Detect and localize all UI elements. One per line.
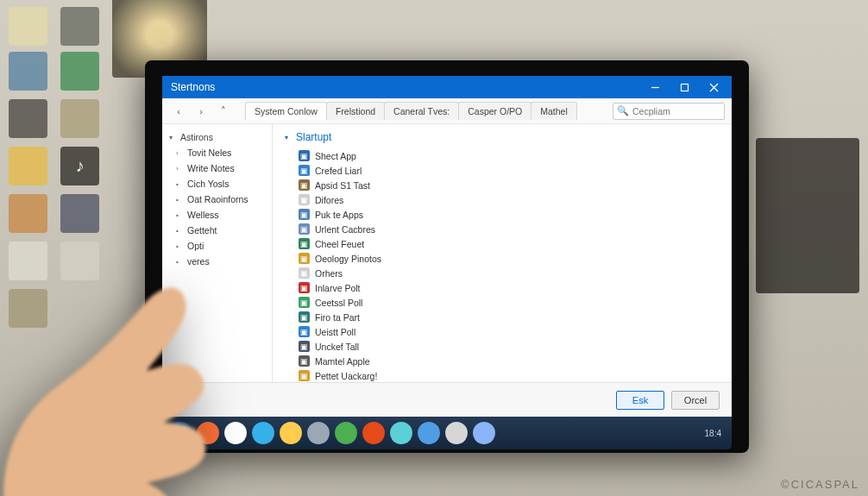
folder-icon: ▣: [299, 253, 310, 264]
app-icon: ▣: [299, 150, 310, 161]
wall-poster: ♪: [60, 147, 99, 185]
nav-forward-button[interactable]: ›: [192, 102, 211, 121]
list-item-label: Crefed Liarl: [315, 166, 362, 176]
cancel-button[interactable]: Orcel: [671, 391, 720, 410]
search-input[interactable]: [632, 106, 720, 116]
chevron-right-icon: ›: [176, 149, 183, 157]
note-icon: •: [176, 180, 183, 188]
wall-poster: [9, 99, 47, 138]
minimize-button[interactable]: [640, 76, 670, 98]
watermark: ©CICASPAL: [781, 478, 859, 491]
sidebar-item-0[interactable]: ▾Astirons: [162, 129, 272, 145]
firefox-icon[interactable]: [197, 422, 219, 444]
sync-icon: ▣: [299, 341, 310, 352]
taskbar[interactable]: 18:4: [162, 417, 732, 449]
dot-icon: •: [176, 258, 183, 266]
list-item[interactable]: ▣Unckef Tall: [285, 339, 720, 354]
tab-1[interactable]: Frelstiond: [326, 102, 385, 120]
notes-icon[interactable]: [390, 422, 412, 444]
nav-up-button[interactable]: ˄: [214, 102, 233, 121]
wall-poster: [756, 138, 859, 293]
list-item[interactable]: ▣Puk te Apps: [285, 207, 720, 222]
list-item-label: Oeology Pinotos: [315, 254, 381, 264]
list-item[interactable]: ▣Firo ta Part: [285, 310, 720, 324]
sidebar: ▾Astirons›Tovit Neles›Write Notes•Cich Y…: [162, 124, 273, 382]
list-item-label: Pettet Uackarg!: [315, 371, 377, 381]
sidebar-item-8[interactable]: •veres: [162, 254, 272, 269]
store-icon[interactable]: [335, 422, 357, 444]
mail-icon[interactable]: [307, 422, 330, 444]
chevron-up-icon: ˄: [221, 105, 226, 116]
chrome-icon[interactable]: [224, 422, 247, 444]
maximize-button[interactable]: [670, 76, 699, 98]
start-button[interactable]: [169, 422, 192, 444]
list-item[interactable]: ▣Pettet Uackarg!: [285, 368, 720, 382]
check-icon: •: [176, 227, 183, 235]
flag-icon: ▣: [299, 282, 310, 293]
sidebar-item-7[interactable]: •Opti: [162, 238, 272, 254]
list-item[interactable]: ▣Difores: [285, 192, 720, 207]
list-item-label: Ceetssl Poll: [315, 298, 362, 308]
bolt-icon: ▣: [299, 179, 310, 191]
list-item-label: Puk te Apps: [315, 210, 363, 220]
sidebar-item-5[interactable]: •Welless: [162, 207, 272, 223]
list-item-label: Urlent Cacbres: [315, 224, 375, 235]
windows-icon: [174, 427, 186, 439]
app1-icon[interactable]: [418, 422, 440, 444]
sidebar-item-label: Write Notes: [187, 163, 235, 173]
list-item[interactable]: ▣Orhers: [285, 266, 720, 280]
app3-icon[interactable]: [473, 422, 495, 444]
tab-0[interactable]: System Conlow: [245, 102, 327, 120]
sidebar-item-label: Opti: [187, 241, 204, 251]
app2-icon[interactable]: [445, 422, 468, 444]
tab-3[interactable]: Casper O/PO: [458, 102, 531, 120]
sidebar-item-2[interactable]: ›Write Notes: [162, 160, 272, 176]
list-item-label: Firo ta Part: [315, 312, 360, 323]
sidebar-item-6[interactable]: •Getteht: [162, 223, 272, 238]
tab-bar: System ConlowFrelstiondCaneral Tves:Casp…: [245, 102, 609, 120]
wall-poster: [60, 7, 99, 46]
wall-poster: [60, 194, 99, 233]
list-item[interactable]: ▣Oeology Pinotos: [285, 251, 720, 266]
list-item-label: Unckef Tall: [315, 342, 359, 352]
content-pane: ▾ Slartupt ▣Shect App▣Crefed Liarl▣Apsid…: [273, 124, 732, 382]
list-item[interactable]: ▣Shect App: [285, 148, 720, 163]
close-button[interactable]: [699, 76, 728, 98]
ok-button[interactable]: Esk: [616, 391, 664, 410]
list-item-label: Ueistt Poll: [315, 327, 355, 337]
chevron-down-icon: ▾: [285, 134, 292, 141]
list-item[interactable]: ▣Apsid S1 Tast: [285, 178, 720, 192]
tab-2[interactable]: Caneral Tves:: [384, 102, 459, 120]
toolbar: ‹ › ˄ System ConlowFrelstiondCaneral Tve…: [162, 98, 732, 124]
taskbar-clock[interactable]: 18:4: [705, 429, 725, 438]
window-icon: ▣: [299, 223, 310, 235]
globe-icon: ▣: [299, 165, 310, 176]
heart-icon: •: [176, 211, 183, 219]
titlebar[interactable]: Stertnons: [162, 76, 732, 98]
edge-icon[interactable]: [252, 422, 274, 444]
sidebar-item-3[interactable]: •Cich Yosls: [162, 176, 272, 191]
sidebar-item-1[interactable]: ›Tovit Neles: [162, 145, 272, 160]
tab-4[interactable]: Mathel: [531, 102, 577, 120]
apple-icon: ▣: [299, 355, 310, 367]
list-item[interactable]: ▣Urlent Cacbres: [285, 222, 720, 236]
list-item[interactable]: ▣Ueistt Poll: [285, 324, 720, 339]
teams-icon[interactable]: [362, 422, 385, 444]
list-item[interactable]: ▣Mamtel Apple: [285, 354, 720, 368]
sidebar-item-4[interactable]: •Oat Raoinforns: [162, 191, 272, 207]
wall-poster: [9, 52, 47, 91]
list-item-label: Difores: [315, 195, 343, 205]
search-box[interactable]: 🔍: [613, 103, 725, 120]
list-item[interactable]: ▣Inlarve Polt: [285, 280, 720, 295]
list-item[interactable]: ▣Cheel Feuet: [285, 236, 720, 251]
wall-poster: [60, 242, 99, 280]
nav-back-button[interactable]: ‹: [169, 102, 188, 121]
chevron-down-icon: ▾: [169, 134, 176, 141]
explorer-icon[interactable]: [280, 422, 302, 444]
list-item-label: Mamtel Apple: [315, 356, 370, 367]
section-header[interactable]: ▾ Slartupt: [285, 131, 720, 143]
gear-icon: •: [176, 242, 183, 250]
spreadsheet-icon: ▣: [299, 238, 310, 249]
list-item[interactable]: ▣Ceetssl Poll: [285, 295, 720, 310]
list-item[interactable]: ▣Crefed Liarl: [285, 163, 720, 178]
